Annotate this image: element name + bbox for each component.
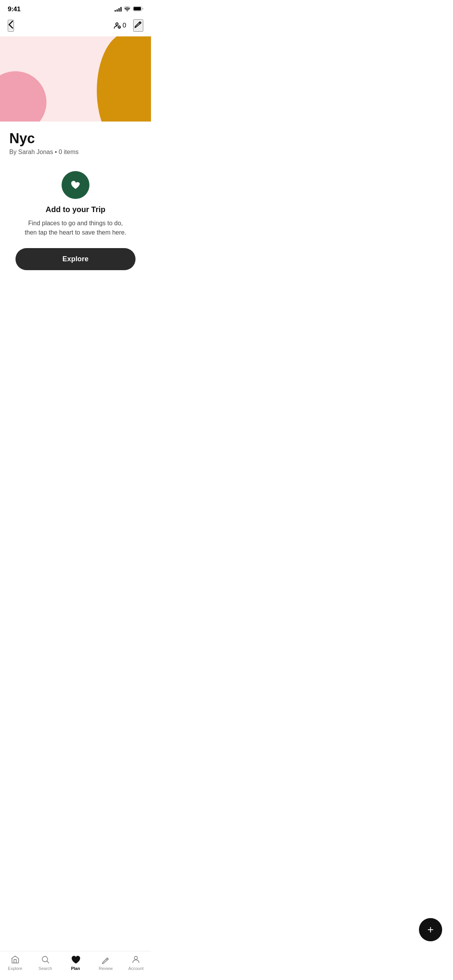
status-time: 9:41 [8, 5, 21, 13]
nav-bar: + 0 [0, 16, 151, 36]
hero-gold-shape [97, 36, 151, 122]
heart-circle [62, 171, 89, 199]
wifi-icon [124, 6, 130, 13]
edit-button[interactable] [133, 19, 143, 32]
empty-title: Add to your Trip [46, 205, 105, 214]
content-area: Nyc By Sarah Jonas • 0 items Add to your… [0, 122, 151, 270]
share-count: 0 [123, 22, 126, 29]
hero-pink-circle [0, 71, 46, 122]
empty-state: Add to your Trip Find places to go and t… [9, 171, 142, 270]
trip-meta: By Sarah Jonas • 0 items [9, 149, 142, 156]
svg-rect-1 [134, 7, 141, 10]
explore-button[interactable]: Explore [15, 248, 136, 270]
battery-icon [133, 6, 143, 13]
share-button[interactable]: + 0 [113, 21, 126, 30]
signal-icon [115, 7, 122, 12]
back-button[interactable] [8, 20, 14, 32]
trip-title: Nyc [9, 131, 142, 146]
heart-icon [69, 178, 82, 192]
status-bar: 9:41 [0, 0, 151, 16]
empty-description: Find places to go and things to do, then… [21, 219, 130, 237]
hero-image [0, 36, 151, 122]
nav-right: + 0 [113, 19, 143, 32]
status-icons [115, 6, 143, 13]
svg-text:+: + [118, 26, 120, 28]
